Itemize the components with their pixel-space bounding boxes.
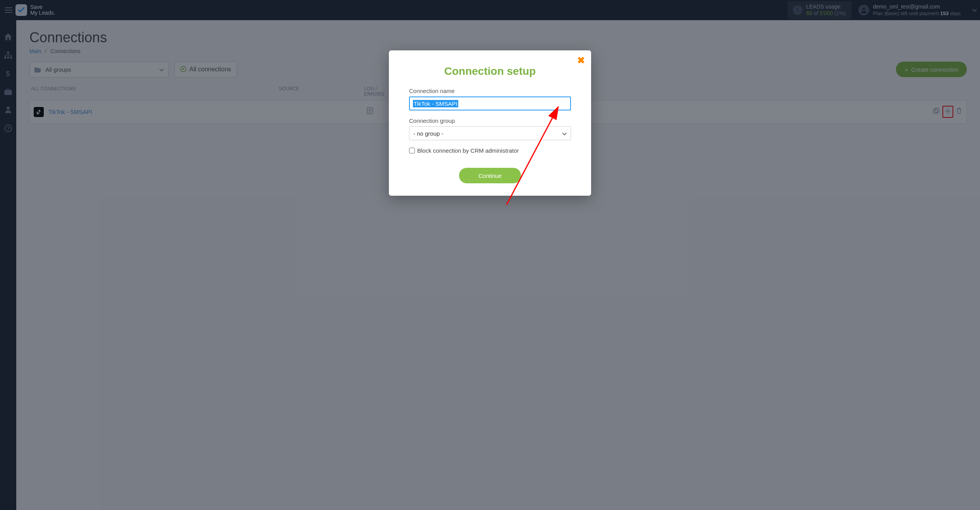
group-label: Connection group (409, 117, 571, 124)
name-label: Connection name (409, 88, 571, 94)
block-label: Block connection by CRM administrator (417, 147, 519, 154)
connection-group-select[interactable]: - no group - (409, 126, 571, 140)
block-checkbox[interactable] (409, 148, 415, 153)
connection-name-input[interactable]: TikTok - SMSAPI (409, 96, 571, 110)
connection-setup-modal: ✖ Connection setup Connection name TikTo… (389, 50, 591, 196)
modal-title: Connection setup (409, 65, 571, 78)
close-icon[interactable]: ✖ (577, 55, 585, 66)
continue-button[interactable]: Continue (459, 168, 521, 183)
chevron-down-icon (562, 130, 567, 137)
